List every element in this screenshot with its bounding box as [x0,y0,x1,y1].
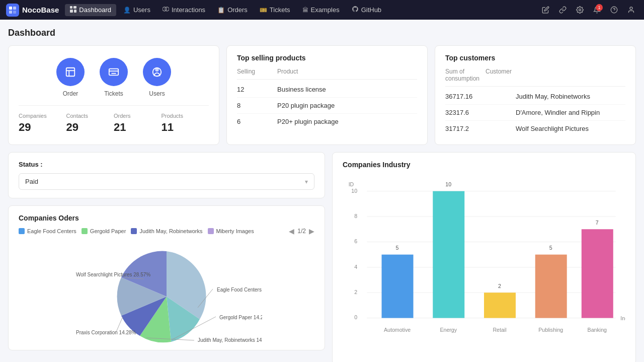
help-button[interactable] [607,3,621,17]
legend-label: Miberty Images [216,228,254,234]
nav-github-label: GitHub [361,6,381,14]
legend-dot [131,228,137,234]
svg-text:2: 2 [354,289,357,295]
svg-text:4: 4 [354,264,357,270]
nav-examples[interactable]: 🏛 Examples [297,4,345,16]
x-axis-label: Industry [620,315,625,321]
nav-orders[interactable]: 📋 Orders [212,4,253,16]
edit-button[interactable] [538,3,552,17]
svg-rect-7 [74,10,76,13]
status-select[interactable]: Paid ▾ [19,173,314,190]
products-label: Products [162,113,209,119]
svg-text:8: 8 [354,213,357,219]
legend-item: Judith May, Robinetworks [131,228,202,234]
orders-value: 21 [114,121,162,134]
orders-label: Orders [114,113,162,119]
product-value: Business license [277,86,417,93]
navbar-right: 1 [538,3,638,17]
qa-users[interactable]: Users [143,58,171,97]
legend-item: Gergold Paper [82,228,126,234]
legend-label: Eagle Food Centers [27,228,76,234]
svg-rect-6 [70,10,73,13]
svg-text:5: 5 [396,245,399,251]
page-content: Dashboard Order Tickets [0,20,644,362]
bar-retail [484,293,516,318]
companies-industry-card: Companies Industry ID 10 8 6 4 2 0 [332,152,636,362]
top-selling-card: Top selling products Selling Product 12 … [226,45,428,145]
tickets-button[interactable] [100,58,128,86]
legend-item: Eagle Food Centers [19,228,76,234]
sum-value: 31717.2 [445,125,516,132]
pie-label: Judith May, Robinetworks 14.29% [198,337,262,343]
nav-dashboard[interactable]: Dashboard [65,4,116,16]
svg-text:Publishing: Publishing [538,327,563,333]
order-button[interactable] [56,58,85,86]
pie-label: Eagle Food Centers 14.29% [217,287,262,293]
nav-tickets[interactable]: 🎫 Tickets [255,4,295,16]
quick-actions-icons: Order Tickets Users [19,54,209,99]
legend-dot [19,228,25,234]
table-row: 36717.16 Judith May, Robinetworks [445,89,625,105]
stat-companies: Companies 29 [19,113,66,134]
svg-point-9 [165,7,169,11]
users-button[interactable] [143,58,171,86]
status-value: Paid [25,178,38,185]
row2: Status : Paid ▾ Companies Oders Eagle Fo… [8,152,636,362]
link-button[interactable] [555,3,570,17]
sell-value: 8 [237,102,277,109]
svg-rect-4 [70,6,72,9]
companies-label: Companies [19,113,66,119]
svg-rect-2 [9,11,12,14]
consumption-header: Sum of consumption [445,68,486,82]
qa-order[interactable]: Order [56,58,85,97]
product-value: P20+ plugin package [277,118,417,125]
svg-text:5: 5 [549,245,552,251]
svg-text:2: 2 [498,283,501,289]
left-panel: Status : Paid ▾ Companies Oders Eagle Fo… [8,152,325,362]
row1: Order Tickets Users Companies [8,45,636,145]
notification-badge: 1 [596,4,603,11]
settings-button[interactable] [573,3,587,17]
svg-text:10: 10 [445,181,451,187]
customer-value: Judith May, Robinetworks [516,93,625,100]
sell-value: 6 [237,118,277,125]
legend-next-button[interactable]: ▶ [309,227,314,235]
svg-text:Automotive: Automotive [384,327,411,333]
svg-rect-0 [9,7,12,10]
bar-banking [582,229,613,318]
nav-examples-label: Examples [311,6,340,14]
svg-text:Retail: Retail [493,327,506,333]
table-row: 6 P20+ plugin package [237,114,417,129]
stat-products: Products 11 [162,113,209,134]
customer-header: Customer [486,68,625,82]
nav-dashboard-label: Dashboard [79,6,111,14]
legend-dot [82,228,88,234]
nav-github[interactable]: GitHub [347,4,386,16]
bar-chart: ID 10 8 6 4 2 0 5 Automotive [343,174,625,355]
chart-legend: Eagle Food Centers Gergold Paper Judith … [19,227,314,235]
legend-prev-button[interactable]: ◀ [289,227,294,235]
nav-orders-label: Orders [227,6,248,14]
logo-text: NocoBase [22,6,59,14]
github-nav-icon [352,6,359,14]
svg-point-10 [579,9,581,11]
notifications-button[interactable]: 1 [590,3,604,17]
svg-text:0: 0 [354,314,357,320]
nav-users[interactable]: 👤 Users [118,4,155,16]
companies-orders-card: Companies Oders Eagle Food Centers Gergo… [8,205,325,350]
bar-publishing [535,255,567,318]
tickets-label: Tickets [104,90,123,97]
qa-tickets[interactable]: Tickets [100,58,128,97]
table-row: 31717.2 Wolf Searchlight Pictures [445,121,625,136]
legend-dot [208,228,214,234]
product-header: Product [277,68,417,75]
bar-automotive [382,255,414,318]
table-row: 12 Business license [237,82,417,98]
users-nav-icon: 👤 [123,7,131,14]
customer-value: Wolf Searchlight Pictures [516,125,625,132]
companies-value: 29 [19,121,66,134]
sum-value: 32317.6 [445,109,516,116]
user-profile-button[interactable] [624,3,638,17]
nav-interactions[interactable]: Interactions [157,4,210,16]
nav-interactions-label: Interactions [172,6,205,14]
